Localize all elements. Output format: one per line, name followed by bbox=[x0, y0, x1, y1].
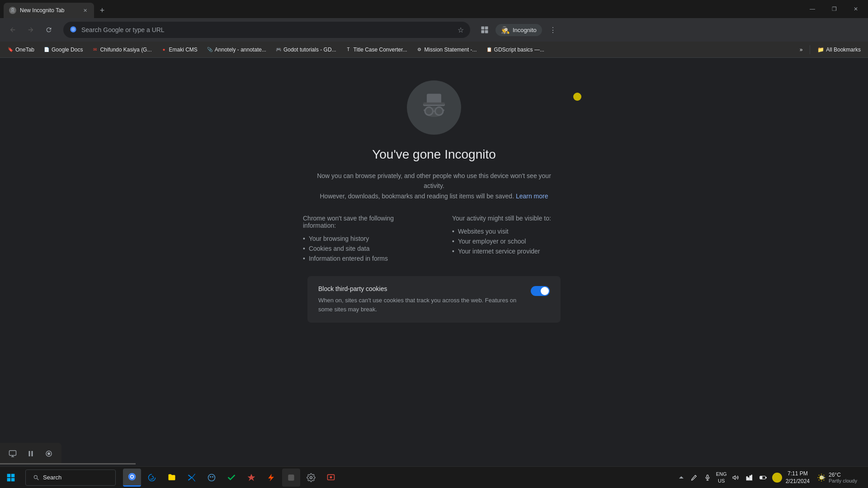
svg-marker-42 bbox=[679, 476, 684, 479]
new-tab-button[interactable]: + bbox=[96, 4, 108, 17]
onetab-label: OneTab bbox=[15, 47, 34, 53]
tab-strip: New Incognito Tab ✕ + bbox=[0, 0, 108, 18]
bookmark-annotely[interactable]: 📎 Annotely - annotate... bbox=[203, 45, 270, 55]
bookmark-chifundo[interactable]: ✉ Chifundo Kasiya (G... bbox=[88, 45, 155, 55]
godot-label: Godot tutorials - GD... bbox=[283, 47, 336, 53]
taskbar-chrome[interactable] bbox=[123, 469, 141, 487]
svg-rect-45 bbox=[746, 476, 747, 480]
taskbar-search[interactable]: Search bbox=[25, 469, 116, 486]
taskbar-app6[interactable] bbox=[242, 469, 260, 487]
folder-icon: 📁 bbox=[817, 47, 824, 53]
cookie-text: Block third-party cookies When on, sites… bbox=[318, 285, 524, 314]
start-button[interactable] bbox=[0, 467, 22, 488]
chifundo-label: Chifundo Kasiya (G... bbox=[100, 47, 151, 53]
bookmark-godot[interactable]: 🎮 Godot tutorials - GD... bbox=[272, 45, 340, 55]
bookmark-google-docs[interactable]: 📄 Google Docs bbox=[40, 45, 86, 55]
taskbar-checkmark[interactable] bbox=[222, 469, 241, 487]
svg-point-36 bbox=[212, 476, 213, 477]
screen-share-button[interactable] bbox=[5, 446, 20, 461]
microphone-icon[interactable] bbox=[703, 473, 712, 483]
color-indicator[interactable] bbox=[772, 473, 782, 483]
pause-button[interactable] bbox=[24, 446, 38, 461]
language-display[interactable]: ENG US bbox=[716, 471, 727, 484]
taskbar-vscode[interactable] bbox=[183, 469, 201, 487]
desc-line1: Now you can browse privately, and other … bbox=[317, 172, 551, 189]
gdscript-label: GDScript basics —... bbox=[494, 47, 544, 53]
record-button[interactable] bbox=[42, 446, 56, 461]
separator bbox=[810, 45, 810, 54]
incognito-hat-icon: 🕵 bbox=[501, 26, 510, 34]
omnibox-placeholder: Search Google or type a URL bbox=[81, 26, 453, 33]
tab-favicon bbox=[9, 7, 16, 14]
svg-rect-11 bbox=[423, 103, 445, 105]
main-content: You've gone Incognito Now you can browse… bbox=[0, 58, 868, 448]
col2-list: Websites you visit Your employer or scho… bbox=[452, 226, 565, 256]
svg-point-41 bbox=[330, 476, 332, 478]
taskbar-dark-app[interactable] bbox=[282, 469, 300, 487]
active-tab[interactable]: New Incognito Tab ✕ bbox=[4, 3, 94, 18]
incognito-profile-button[interactable]: 🕵 Incognito bbox=[495, 24, 542, 36]
taskbar-files[interactable] bbox=[163, 469, 181, 487]
svg-rect-6 bbox=[485, 27, 488, 30]
svg-rect-20 bbox=[32, 451, 33, 456]
profile-button[interactable] bbox=[477, 23, 492, 37]
svg-rect-8 bbox=[485, 30, 488, 33]
time-display[interactable]: 7:11 PM 2/21/2024 bbox=[786, 470, 810, 485]
network-icon[interactable] bbox=[744, 473, 754, 483]
lang-secondary: US bbox=[716, 478, 727, 484]
svg-point-1 bbox=[11, 11, 13, 12]
toggle-knob bbox=[541, 287, 549, 295]
learn-more-link[interactable]: Learn more bbox=[516, 192, 548, 200]
taskbar-zapier[interactable] bbox=[262, 469, 280, 487]
tab-close-button[interactable]: ✕ bbox=[81, 7, 89, 14]
weather-display[interactable]: 26°C Partly cloudy bbox=[813, 472, 861, 483]
menu-button[interactable]: ⋮ bbox=[546, 23, 560, 37]
taskbar-search-label: Search bbox=[43, 474, 61, 481]
date: 2/21/2024 bbox=[786, 478, 810, 485]
tray-expand-button[interactable] bbox=[677, 474, 685, 482]
svg-point-39 bbox=[310, 476, 312, 479]
svg-marker-33 bbox=[192, 474, 195, 481]
svg-rect-3 bbox=[12, 8, 14, 9]
time: 7:11 PM bbox=[786, 470, 810, 478]
restore-button[interactable]: ❐ bbox=[824, 1, 844, 17]
mission-label: Mission Statement -... bbox=[425, 47, 477, 53]
omnibox[interactable]: Search Google or type a URL ☆ bbox=[63, 22, 470, 38]
taskbar-settings[interactable] bbox=[302, 469, 320, 487]
svg-point-34 bbox=[208, 474, 215, 481]
minimize-button[interactable]: — bbox=[802, 1, 823, 17]
temp: 26°C bbox=[829, 472, 857, 478]
reload-button[interactable] bbox=[42, 23, 56, 37]
bookmark-icon[interactable]: ☆ bbox=[458, 26, 464, 34]
mission-favicon: ⚙ bbox=[416, 47, 423, 53]
pen-icon[interactable] bbox=[689, 473, 699, 483]
bookmark-onetab[interactable]: 🔖 OneTab bbox=[4, 45, 38, 55]
bookmark-gdscript[interactable]: 📋 GDScript basics —... bbox=[482, 45, 548, 55]
svg-rect-51 bbox=[760, 476, 762, 479]
taskbar-edge[interactable] bbox=[143, 469, 161, 487]
volume-icon[interactable] bbox=[731, 473, 741, 483]
bookmark-mission[interactable]: ⚙ Mission Statement -... bbox=[413, 45, 481, 55]
bookmark-emaki[interactable]: ● Emaki CMS bbox=[157, 45, 201, 55]
taskbar-slides[interactable] bbox=[322, 469, 340, 487]
svg-rect-47 bbox=[750, 475, 750, 480]
battery-icon[interactable] bbox=[758, 473, 769, 483]
cookie-toggle[interactable] bbox=[531, 286, 550, 296]
col2-item-1: Websites you visit bbox=[452, 226, 565, 236]
svg-rect-24 bbox=[11, 474, 15, 477]
desc-line2: However, downloads, bookmarks and readin… bbox=[320, 192, 548, 200]
all-bookmarks-button[interactable]: 📁 All Bookmarks bbox=[814, 45, 864, 55]
incognito-description: Now you can browse privately, and other … bbox=[307, 171, 561, 201]
scrollbar[interactable] bbox=[0, 463, 136, 465]
floating-bar bbox=[0, 443, 61, 465]
browser-toolbar: Search Google or type a URL ☆ 🕵 Incognit… bbox=[0, 18, 868, 42]
taskbar-godot[interactable] bbox=[203, 469, 221, 487]
info-columns: Chrome won't save the following informat… bbox=[303, 215, 565, 263]
col2-title: Your activity might still be visible to: bbox=[452, 215, 565, 222]
bookmark-titlecase[interactable]: T Title Case Converter... bbox=[342, 45, 411, 55]
close-window-button[interactable]: ✕ bbox=[845, 1, 866, 17]
taskbar-right: ENG US 7:11 PM 2/21/2024 26°C Partly clo… bbox=[677, 470, 868, 485]
gmail-favicon: ✉ bbox=[92, 47, 98, 53]
titlecase-favicon: T bbox=[345, 47, 352, 53]
overflow-button[interactable]: » bbox=[796, 45, 807, 55]
